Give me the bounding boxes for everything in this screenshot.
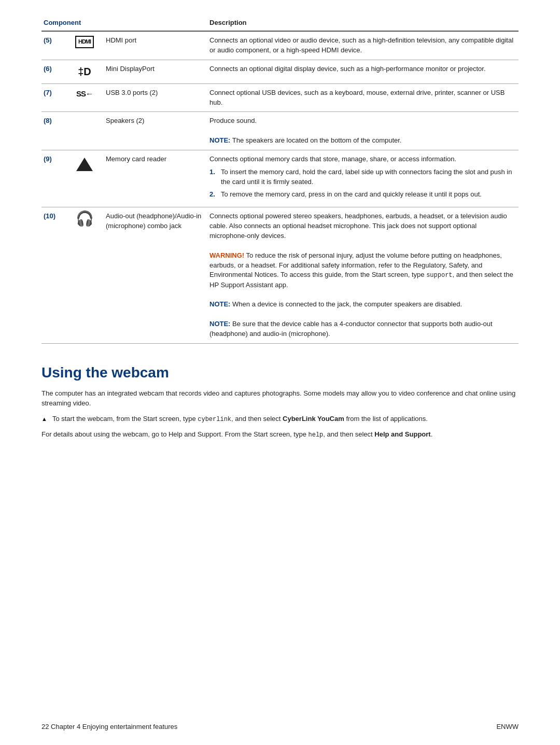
list-item: 2. To remove the memory card, press in o…	[209, 190, 514, 200]
row-num-5: (5)	[41, 31, 67, 60]
webcam-bullet-middle: , and then select	[231, 415, 283, 423]
row-name-9: Memory card reader	[104, 150, 207, 207]
table-row: (9) Memory card reader Connects optional…	[41, 150, 519, 207]
row-desc-5: Connects an optional video or audio devi…	[207, 31, 519, 60]
row-icon-5: HDMI	[67, 31, 104, 60]
webcam-intro: The computer has an integrated webcam th…	[41, 388, 519, 409]
row-icon-9	[67, 150, 104, 207]
webcam-footer-bold: Help and Support	[374, 430, 430, 438]
webcam-footer-suffix: .	[431, 430, 433, 438]
webcam-bullet-bold: CyberLink YouCam	[283, 415, 344, 423]
component-table: Component Description (5) HDMI HDMI port…	[41, 16, 519, 344]
col-header-component: Component	[41, 16, 104, 31]
bullet-triangle-icon: ▲	[41, 416, 47, 422]
step-num-1: 1.	[209, 167, 217, 187]
webcam-heading: Using the webcam	[41, 364, 519, 381]
webcam-bullet-prefix: To start the webcam, from the Start scre…	[52, 415, 198, 423]
speakers-main-desc: Produce sound.	[209, 117, 257, 124]
speakers-note: The speakers are located on the bottom o…	[232, 136, 402, 144]
row-desc-9: Connects optional memory cards that stor…	[207, 150, 519, 207]
warning-label-audio: WARNING!	[209, 251, 244, 259]
audio-main-desc: Connects optional powered stereo speaker…	[209, 212, 507, 240]
row-icon-7: SS←	[67, 83, 104, 112]
step-num-2: 2.	[209, 190, 217, 200]
row-icon-6: ‡D	[67, 60, 104, 83]
table-row: (6) ‡D Mini DisplayPort Connects an opti…	[41, 60, 519, 83]
row-name-5: HDMI port	[104, 31, 207, 60]
webcam-footer-code: help	[309, 431, 324, 439]
table-row: (5) HDMI HDMI port Connects an optional …	[41, 31, 519, 60]
webcam-section: Using the webcam The computer has an int…	[41, 364, 519, 440]
footer-right: ENWW	[496, 723, 519, 730]
row-desc-10: Connects optional powered stereo speaker…	[207, 207, 519, 344]
table-row: (8) Speakers (2) Produce sound. NOTE: Th…	[41, 112, 519, 150]
webcam-bullet-text: To start the webcam, from the Start scre…	[52, 415, 428, 423]
note-label-audio-2: NOTE:	[209, 320, 230, 328]
row-icon-8	[67, 112, 104, 150]
audio-note-1: When a device is connected to the jack, …	[232, 300, 462, 308]
note-label-audio-1: NOTE:	[209, 300, 230, 308]
footer-left: 22 Chapter 4 Enjoying entertainment feat…	[41, 723, 177, 730]
row-name-10: Audio-out (headphone)/Audio-in (micropho…	[104, 207, 207, 344]
row-icon-10: 🎧	[67, 207, 104, 344]
memcard-icon	[76, 158, 93, 171]
webcam-bullet-suffix: from the list of applications.	[344, 415, 428, 423]
step-text-2: To remove the memory card, press in on t…	[221, 190, 482, 200]
table-row: (7) SS← USB 3.0 ports (2) Connect option…	[41, 83, 519, 112]
row-num-9: (9)	[41, 150, 67, 207]
row-desc-6: Connects an optional digital display dev…	[207, 60, 519, 83]
hdmi-icon: HDMI	[75, 36, 94, 48]
col-header-description: Description	[207, 16, 519, 31]
page-footer: 22 Chapter 4 Enjoying entertainment feat…	[41, 723, 519, 730]
memcard-steps: 1. To insert the memory card, hold the c…	[209, 167, 514, 200]
note-label-speakers: NOTE:	[209, 136, 230, 144]
webcam-footer-middle: , and then select	[323, 430, 374, 438]
memcard-main-desc: Connects optional memory cards that stor…	[209, 155, 456, 163]
row-name-7: USB 3.0 ports (2)	[104, 83, 207, 112]
row-num-7: (7)	[41, 83, 67, 112]
webcam-bullet: ▲ To start the webcam, from the Start sc…	[41, 415, 519, 423]
col-header-name	[104, 16, 207, 31]
row-name-8: Speakers (2)	[104, 112, 207, 150]
webcam-bullet-code: cyberlink	[198, 416, 231, 423]
webcam-footer-prefix: For details about using the webcam, go t…	[41, 430, 309, 438]
row-desc-7: Connect optional USB devices, such as a …	[207, 83, 519, 112]
list-item: 1. To insert the memory card, hold the c…	[209, 167, 514, 187]
displayport-icon: ‡D	[78, 64, 91, 79]
webcam-footer-text: For details about using the webcam, go t…	[41, 429, 519, 440]
audio-warning-code: support	[426, 272, 452, 279]
row-num-8: (8)	[41, 112, 67, 150]
table-row: (10) 🎧 Audio-out (headphone)/Audio-in (m…	[41, 207, 519, 344]
row-num-6: (6)	[41, 60, 67, 83]
usb-icon: SS←	[76, 88, 93, 100]
row-name-6: Mini DisplayPort	[104, 60, 207, 83]
row-desc-8: Produce sound. NOTE: The speakers are lo…	[207, 112, 519, 150]
headphone-icon: 🎧	[76, 210, 94, 227]
step-text-1: To insert the memory card, hold the card…	[221, 167, 514, 187]
row-num-10: (10)	[41, 207, 67, 344]
audio-note-2: Be sure that the device cable has a 4-co…	[209, 320, 493, 338]
